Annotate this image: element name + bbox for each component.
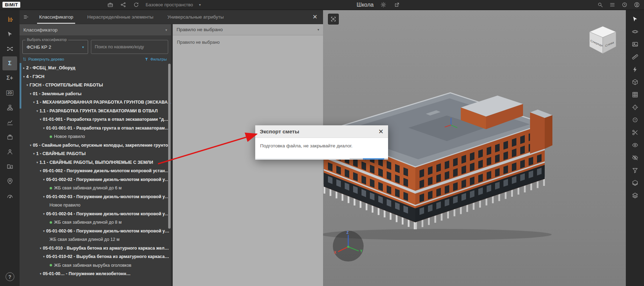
tree-item[interactable]: ▾01-01-001 - Разработка грунта в отвал э… [20,115,171,124]
analytics-button[interactable] [2,115,17,129]
panel-tab[interactable]: Классификатор [32,10,80,24]
user-location-button[interactable] [2,174,17,188]
tree-item[interactable]: ▸2 - ФСБЦ_Мат_Оборуд [20,64,171,72]
tree-item[interactable]: ▾ГЭСН - СТРОИТЕЛЬНЫЕ РАБОТЫ [20,81,171,90]
panel-menu-icon[interactable] [20,10,32,24]
chevron-down-icon[interactable]: ▾ [35,161,40,164]
classifier-search-input[interactable] [91,40,168,54]
dashboard-button[interactable] [2,189,17,203]
grid-button[interactable] [628,89,642,100]
toolbox-icon[interactable] [106,1,114,9]
chevron-down-icon[interactable]: ▾ [42,255,46,258]
tree-item[interactable]: ▾05-01-010-02 - Вырубка бетона из армату… [20,252,171,261]
axis-gizmo[interactable]: Z X Y [332,230,364,262]
sync-icon[interactable] [132,1,140,9]
chevron-down-icon[interactable]: ▾ [38,169,43,173]
tree-item[interactable]: ▾4 - ГЭСН [20,72,171,81]
shared-folders-button[interactable] [2,159,17,173]
chevron-down-icon[interactable]: ▾ [22,75,26,78]
chevron-down-icon[interactable]: ▾ [42,126,46,130]
search-icon[interactable] [596,1,604,9]
tree-item[interactable]: ▾01 - Земляные работы [20,90,171,98]
navigation-cube[interactable]: Спереди Слева [587,24,619,58]
chevron-down-icon[interactable]: ▾ [28,92,33,96]
tree-item[interactable]: ▾05-01-002 - Погружение дизель-молотом к… [20,167,171,175]
chevron-down-icon[interactable]: ▾ [35,109,40,113]
panel-tab[interactable]: Универсальные атрибуты [160,10,231,24]
clip-button[interactable] [628,126,642,138]
structure-button[interactable] [2,100,17,114]
show-elements-button[interactable] [628,139,642,151]
chevron-down-icon[interactable]: ▾ [32,152,36,155]
help-button[interactable]: ? [6,272,14,281]
estimate-add-button[interactable]: Σ+ [2,71,17,85]
tree-scroll-indicator[interactable] [20,63,21,109]
classifier-select[interactable]: Выбрать классификатор ФСНБ КР 2 ▾ [22,40,88,54]
chevron-down-icon[interactable]: ▾ [28,144,33,147]
view-2d-button[interactable]: 2D [2,86,17,100]
users-button[interactable] [2,145,17,159]
layers-button[interactable] [628,189,642,201]
hide-elements-button[interactable] [628,152,642,163]
focus-selection-button[interactable] [628,101,642,113]
tree-item[interactable]: ▾05 - Свайные работы, опускные колодцы, … [20,141,171,150]
list-icon[interactable] [608,1,616,9]
user-account-icon[interactable] [633,1,641,9]
chevron-down-icon[interactable]: ▾ [42,195,46,198]
share-icon[interactable] [393,1,401,9]
orbit-button[interactable] [628,26,642,37]
connections-button[interactable] [2,42,17,56]
tree-item[interactable]: ▾05-01-002-04 - Погружение дизель-молото… [20,210,171,218]
tree-item[interactable]: ▾05-01-002-03 - Погружение дизель-молото… [20,193,171,201]
tree-item[interactable]: ▾05-01-010 - Вырубка бетона из арматурно… [20,244,171,253]
chevron-down-icon[interactable]: ▾ [42,229,46,233]
tree-scrollbar[interactable] [168,64,171,229]
measure-button[interactable] [628,51,642,63]
tree-item[interactable]: ЖБ свая забивная длиной до 8 м [20,218,171,227]
rule-section-header[interactable]: Правило не выбрано ▾ [173,24,323,35]
tree-item[interactable]: ▾05-01-00… - Погружение железобетонн… [20,270,171,278]
tree-item[interactable]: ▾05-01-002-06 - Погружение дизель-молото… [20,227,171,236]
focus-frame-button[interactable] [328,14,339,25]
tree-item[interactable]: ▾05-01-002-02 - Погружение дизель-молото… [20,175,171,184]
section-fill-button[interactable] [628,177,642,189]
tree-item[interactable]: ▾1 - СВАЙНЫЕ РАБОТЫ [20,149,171,158]
tree-item[interactable]: ЖБ свая забивная длиной до 6 м [20,184,171,193]
chevron-down-icon[interactable]: ▾ [42,178,46,181]
tree-item[interactable]: ЖБ свая забивная длиной до 12 м [20,235,171,244]
panel-tab[interactable]: Нераспределённые элементы [80,10,160,24]
tree-item[interactable]: Новое правило [20,201,171,210]
estimate-rules-button[interactable]: Σ [2,56,17,70]
select-cursor-button[interactable] [628,13,642,25]
expand-tree-link[interactable]: Развернуть дерево [22,57,64,61]
tree-item[interactable]: ▾1 - МЕХАНИЗИРОВАННАЯ РАЗРАБОТКА ГРУНТОВ… [20,98,171,107]
chevron-down-icon[interactable]: ▾ [38,272,43,275]
select-tool-button[interactable] [2,27,17,41]
chevron-down-icon[interactable]: ▾ [38,246,43,250]
clash-check-button[interactable] [628,63,642,75]
close-panel-button[interactable]: ✕ [313,13,317,21]
workspace-selector[interactable]: Базовое пространство ▾ [145,2,201,7]
tree-item[interactable]: ЖБ свая забивная вырубка оголовков [20,261,171,270]
isolate-button[interactable] [628,164,642,176]
chevron-right-icon[interactable]: ▸ [22,66,26,70]
tree-item[interactable]: ▾1.1 - СВАЙНЫЕ РАБОТЫ, ВЫПОЛНЯЕМЫЕ С ЗЕМ… [20,158,171,167]
share-structure-icon[interactable] [119,1,127,9]
plugins-button[interactable] [2,130,17,144]
classifier-section-header[interactable]: Классификатор ▾ [20,24,171,35]
settings-gear-icon[interactable] [380,1,387,9]
chevron-down-icon[interactable]: ▾ [42,212,46,216]
history-icon[interactable] [621,1,628,9]
close-icon[interactable]: ✕ [378,128,384,135]
pivot-button[interactable] [628,114,642,126]
chevron-down-icon[interactable]: ▾ [32,100,36,104]
tree-item[interactable]: ▾1.1 - РАЗРАБОТКА ГРУНТА ЭКСКАВАТОРАМИ В… [20,107,171,116]
tree-item[interactable]: ▾01-01-001-01 - Разработка грунта в отва… [20,124,171,133]
model-tree-button[interactable] [2,12,17,26]
chevron-down-icon[interactable]: ▾ [25,83,30,87]
chevron-down-icon[interactable]: ▾ [38,118,43,121]
section-box-button[interactable] [628,76,642,88]
filters-link[interactable]: Фильтры [144,57,167,61]
screenshot-button[interactable] [628,38,642,50]
app-logo[interactable]: BiMiT [2,2,20,8]
